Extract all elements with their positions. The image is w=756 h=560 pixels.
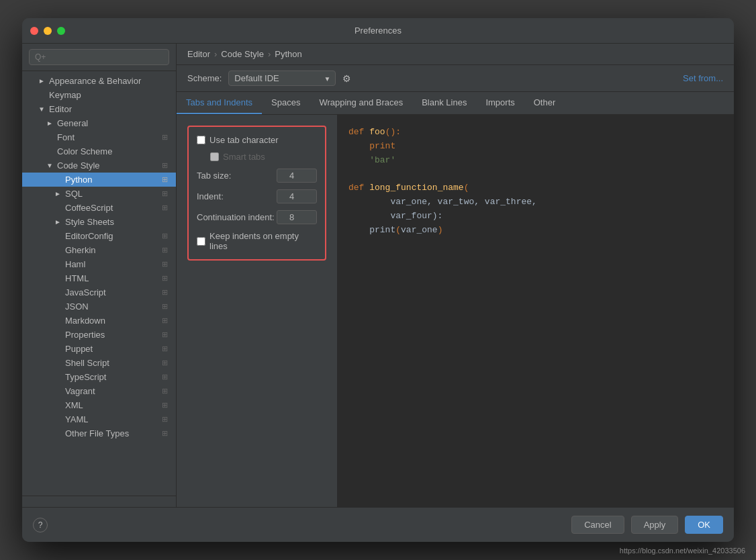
- arrow-icon: ►: [54, 218, 62, 226]
- sidebar-item-coffeescript[interactable]: CoffeeScript ⊞: [22, 201, 176, 215]
- sidebar-item-label: Gherkin: [65, 245, 96, 255]
- continuation-indent-input[interactable]: [277, 210, 317, 224]
- sidebar-item-label: Puppet: [65, 344, 93, 354]
- sidebar-item-appearance[interactable]: ► Appearance & Behavior: [22, 74, 176, 88]
- keep-indents-checkbox[interactable]: [197, 237, 205, 246]
- window-title: Preferences: [355, 26, 401, 36]
- cancel-button[interactable]: Cancel: [571, 516, 624, 534]
- sidebar-item-keymap[interactable]: Keymap: [22, 88, 176, 102]
- sidebar-item-color-scheme[interactable]: Color Scheme: [22, 144, 176, 158]
- search-input[interactable]: [29, 49, 169, 65]
- scheme-label: Scheme:: [187, 73, 222, 83]
- copy-icon: ⊞: [162, 415, 168, 424]
- sidebar-item-font[interactable]: Font ⊞: [22, 130, 176, 144]
- sidebar-item-label: Properties: [65, 330, 105, 340]
- tab-other[interactable]: Other: [524, 92, 565, 114]
- sidebar-item-label: Other File Types: [65, 428, 129, 438]
- arrow-icon: [54, 402, 62, 409]
- sidebar-item-label: Shell Script: [65, 358, 109, 368]
- help-button[interactable]: ?: [33, 518, 48, 532]
- sidebar-item-haml[interactable]: Haml ⊞: [22, 257, 176, 271]
- copy-icon: ⊞: [162, 387, 168, 395]
- copy-icon: ⊞: [162, 274, 168, 283]
- sidebar-item-markdown[interactable]: Markdown ⊞: [22, 314, 176, 328]
- sidebar-item-style-sheets[interactable]: ► Style Sheets: [22, 215, 176, 229]
- arrow-icon: [54, 416, 62, 423]
- copy-icon: ⊞: [162, 344, 168, 353]
- ok-button[interactable]: OK: [685, 516, 723, 534]
- arrow-icon: [54, 345, 62, 353]
- arrow-icon: [54, 331, 62, 338]
- breadcrumb-code-style[interactable]: Code Style: [221, 49, 264, 59]
- sidebar-item-label: CoffeeScript: [65, 203, 113, 213]
- tab-size-input[interactable]: [277, 169, 317, 183]
- gear-icon[interactable]: ⚙: [342, 73, 351, 84]
- sidebar-item-editorconfig[interactable]: EditorConfig ⊞: [22, 229, 176, 243]
- sidebar-item-label: XML: [65, 400, 83, 410]
- copy-icon: ⊞: [162, 260, 168, 269]
- sidebar-item-vagrant[interactable]: Vagrant ⊞: [22, 384, 176, 398]
- titlebar: Preferences: [22, 18, 734, 44]
- maximize-button[interactable]: [57, 27, 65, 35]
- minimize-button[interactable]: [44, 27, 52, 35]
- arrow-icon: [54, 261, 62, 268]
- sidebar-item-typescript[interactable]: TypeScript ⊞: [22, 370, 176, 384]
- sidebar-item-sql[interactable]: ► SQL ⊞: [22, 187, 176, 201]
- sidebar-item-editor[interactable]: ▼ Editor: [22, 102, 176, 116]
- use-tab-character-row: Use tab character: [197, 135, 317, 145]
- bottom-right: Cancel Apply OK: [571, 516, 723, 534]
- main-panel: Editor › Code Style › Python Scheme: Def…: [177, 44, 734, 507]
- apply-button[interactable]: Apply: [631, 516, 679, 534]
- sidebar-item-label: HTML: [65, 273, 89, 283]
- sidebar-item-label: YAML: [65, 414, 88, 424]
- arrow-icon: [54, 289, 62, 296]
- copy-icon: ⊞: [162, 133, 168, 142]
- sidebar-item-json[interactable]: JSON ⊞: [22, 299, 176, 314]
- tab-blank-lines[interactable]: Blank Lines: [412, 92, 476, 114]
- smart-tabs-checkbox[interactable]: [210, 152, 219, 161]
- breadcrumb-editor[interactable]: Editor: [187, 49, 210, 59]
- arrow-icon: [46, 134, 54, 141]
- copy-icon: ⊞: [162, 161, 168, 170]
- sidebar-item-code-style[interactable]: ▼ Code Style ⊞: [22, 158, 176, 173]
- code-preview: def foo(): print 'bar' def long_function…: [338, 115, 734, 507]
- sidebar-item-label: Python: [65, 175, 92, 185]
- sidebar-item-html[interactable]: HTML ⊞: [22, 271, 176, 285]
- sidebar-item-shell-script[interactable]: Shell Script ⊞: [22, 356, 176, 370]
- sidebar-item-gherkin[interactable]: Gherkin ⊞: [22, 243, 176, 257]
- copy-icon: ⊞: [162, 175, 168, 184]
- indent-label: Indent:: [197, 191, 224, 201]
- set-from-link[interactable]: Set from...: [683, 73, 723, 83]
- close-button[interactable]: [30, 27, 38, 35]
- code-line-8: print(var_one): [348, 224, 723, 238]
- sidebar-item-label: Editor: [49, 104, 72, 114]
- sidebar-item-python[interactable]: Python ⊞: [22, 173, 176, 187]
- sidebar-item-yaml[interactable]: YAML ⊞: [22, 412, 176, 426]
- sidebar-item-label: Appearance & Behavior: [49, 76, 141, 86]
- use-tab-checkbox[interactable]: [197, 136, 205, 144]
- sidebar-item-label: SQL: [65, 189, 83, 199]
- tab-spaces[interactable]: Spaces: [262, 92, 310, 114]
- sidebar-item-xml[interactable]: XML ⊞: [22, 398, 176, 412]
- copy-icon: ⊞: [162, 189, 168, 198]
- scheme-dropdown[interactable]: Default IDE: [228, 71, 336, 86]
- sidebar-item-puppet[interactable]: Puppet ⊞: [22, 342, 176, 356]
- sidebar-item-javascript[interactable]: JavaScript ⊞: [22, 285, 176, 299]
- sidebar-item-properties[interactable]: Properties ⊞: [22, 328, 176, 342]
- sidebar-item-general[interactable]: ► General: [22, 116, 176, 130]
- tab-tabs-indents[interactable]: Tabs and Indents: [177, 92, 262, 114]
- arrow-icon: [54, 303, 62, 310]
- sidebar-item-label: Markdown: [65, 316, 105, 326]
- copy-icon: ⊞: [162, 203, 168, 212]
- sidebar-item-other-file-types[interactable]: Other File Types ⊞: [22, 426, 176, 440]
- copy-icon: ⊞: [162, 232, 168, 240]
- indent-input[interactable]: [277, 189, 317, 203]
- tab-imports[interactable]: Imports: [476, 92, 524, 114]
- sidebar-item-label: Code Style: [57, 160, 100, 171]
- tab-size-row: Tab size:: [197, 169, 317, 183]
- arrow-icon: [54, 387, 62, 395]
- arrow-icon: [54, 317, 62, 324]
- arrow-icon: [54, 246, 62, 254]
- copy-icon: ⊞: [162, 330, 168, 339]
- tab-wrapping[interactable]: Wrapping and Braces: [310, 92, 412, 114]
